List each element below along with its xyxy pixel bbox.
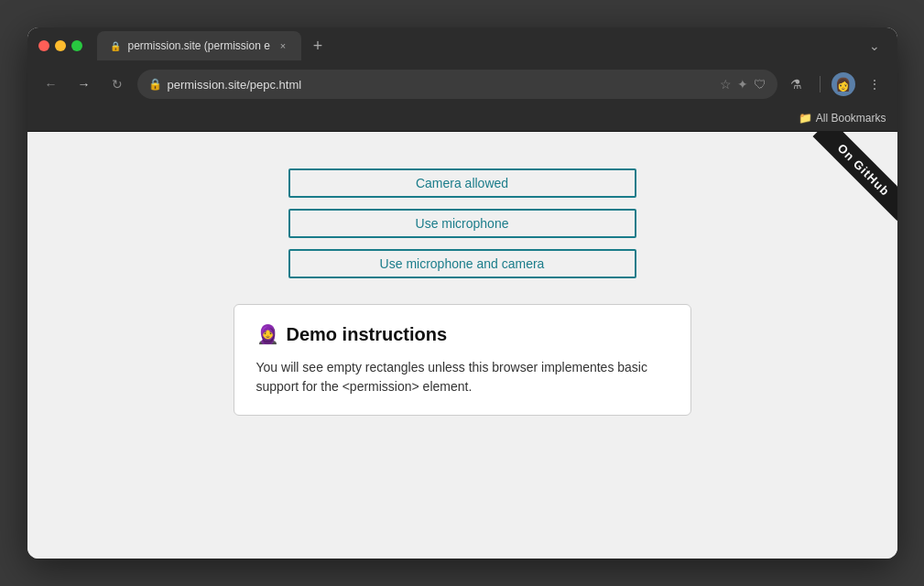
maximize-window-button[interactable] <box>71 40 82 51</box>
back-button[interactable]: ← <box>38 71 64 97</box>
use-microphone-button[interactable]: Use microphone <box>288 209 636 238</box>
all-bookmarks-button[interactable]: 📁 All Bookmarks <box>799 112 886 125</box>
close-window-button[interactable] <box>38 40 49 51</box>
tab-title: permission.site (permission e <box>128 39 270 52</box>
demo-title-text: Demo instructions <box>287 324 448 345</box>
lock-icon: 🔒 <box>148 78 162 91</box>
all-bookmarks-label: All Bookmarks <box>816 112 886 125</box>
address-bar[interactable]: 🔒 permission.site/pepc.html ☆ ✦ 🛡 <box>137 70 777 99</box>
address-text: permission.site/pepc.html <box>168 78 714 92</box>
browser-window: 🔒 permission.site (permission e × + ⌄ ← … <box>27 27 897 559</box>
profile-button[interactable]: 👩 <box>832 72 855 96</box>
tab-close-button[interactable]: × <box>276 38 290 53</box>
demo-text: You will see empty rectangles unless thi… <box>256 358 669 396</box>
github-ribbon: On GitHub <box>788 132 897 242</box>
minimize-window-button[interactable] <box>55 40 66 51</box>
shield-button[interactable]: 🛡 <box>754 77 766 92</box>
reload-button[interactable]: ↻ <box>104 71 130 97</box>
lab-icon-button[interactable]: ⚗ <box>785 72 809 96</box>
camera-allowed-button[interactable]: Camera allowed <box>288 168 636 198</box>
demo-emoji: 🧕 <box>256 323 279 345</box>
use-microphone-and-camera-button[interactable]: Use microphone and camera <box>288 249 636 278</box>
window-chevron-button[interactable]: ⌄ <box>863 34 886 58</box>
demo-instructions-box: 🧕 Demo instructions You will see empty r… <box>234 304 691 416</box>
demo-title: 🧕 Demo instructions <box>256 323 669 345</box>
tab-bar: 🔒 permission.site (permission e × + <box>97 31 855 60</box>
forward-button[interactable]: → <box>71 71 97 97</box>
bookmarks-bar: 📁 All Bookmarks <box>27 104 897 132</box>
address-actions: ☆ ✦ 🛡 <box>720 77 766 92</box>
nav-divider <box>820 76 821 92</box>
github-ribbon-text: On GitHub <box>812 132 897 221</box>
title-bar: 🔒 permission.site (permission e × + ⌄ <box>27 27 897 64</box>
bookmarks-folder-icon: 📁 <box>799 112 812 125</box>
active-tab[interactable]: 🔒 permission.site (permission e × <box>97 31 301 60</box>
tab-favicon: 🔒 <box>108 38 123 53</box>
nav-bar: ← → ↻ 🔒 permission.site/pepc.html ☆ ✦ 🛡 … <box>27 64 897 104</box>
page-center: Camera allowed Use microphone Use microp… <box>234 168 691 416</box>
page-content: On GitHub Camera allowed Use microphone … <box>27 132 897 559</box>
extensions-button[interactable]: ✦ <box>737 77 748 92</box>
traffic-lights <box>38 40 82 51</box>
bookmark-star-button[interactable]: ☆ <box>720 77 732 92</box>
more-button[interactable]: ⋮ <box>863 72 886 96</box>
new-tab-button[interactable]: + <box>305 33 331 59</box>
